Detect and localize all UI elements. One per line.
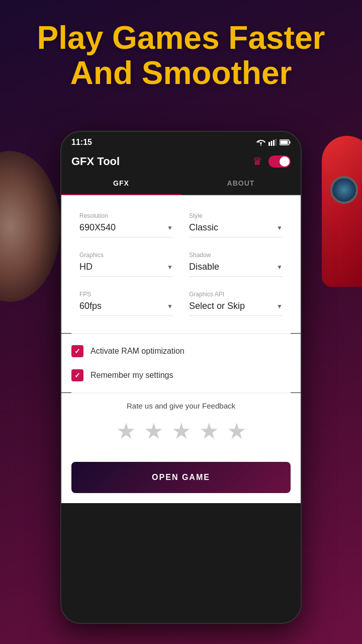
graphics-api-arrow: ▼ — [277, 303, 283, 310]
checkbox-ram[interactable]: ✓ Activate RAM optimization — [71, 339, 291, 363]
app-header: GFX Tool ♛ — [61, 151, 301, 168]
page-header: Play Games Faster And Smoother — [0, 0, 362, 106]
rating-title: Rate us and give your Feedback — [71, 401, 291, 410]
svg-rect-2 — [273, 140, 275, 146]
app-title: GFX Tool — [71, 155, 120, 168]
graphics-value: HD — [79, 262, 93, 272]
tab-about[interactable]: ABOUT — [181, 172, 301, 194]
resolution-arrow: ▼ — [167, 224, 173, 231]
status-bar: 11:15 — [61, 132, 301, 151]
graphics-api-setting[interactable]: Graphics API Select or Skip ▼ — [181, 284, 291, 323]
toggle-thumb — [280, 156, 290, 167]
rating-section: Rate us and give your Feedback ★ ★ ★ ★ ★ — [61, 393, 301, 452]
style-setting[interactable]: Style Classic ▼ — [181, 205, 291, 245]
checkbox-ram-label: Activate RAM optimization — [90, 347, 185, 356]
graphics-label: Graphics — [79, 252, 173, 259]
checkbox-remember-label: Remember my settings — [90, 371, 173, 380]
fps-value: 60fps — [79, 301, 102, 311]
header-title: Play Games Faster And Smoother — [30, 20, 332, 91]
graphics-setting[interactable]: Graphics HD ▼ — [71, 245, 181, 284]
shadow-setting[interactable]: Shadow Disable ▼ — [181, 245, 291, 284]
svg-rect-1 — [271, 141, 273, 146]
background-planet — [0, 151, 60, 302]
open-game-section: OPEN GAME — [61, 452, 301, 503]
signal-icon — [268, 139, 277, 146]
checkbox-section: ✓ Activate RAM optimization ✓ Remember m… — [61, 334, 301, 392]
background-rocket — [312, 121, 362, 312]
star-2[interactable]: ★ — [144, 418, 163, 444]
graphics-arrow: ▼ — [167, 264, 173, 271]
tabs: GFX ABOUT — [61, 172, 301, 195]
svg-rect-0 — [268, 142, 270, 146]
fps-label: FPS — [79, 291, 173, 298]
svg-rect-6 — [290, 141, 291, 144]
fps-setting[interactable]: FPS 60fps ▼ — [71, 284, 181, 323]
shadow-select[interactable]: Disable ▼ — [189, 262, 283, 277]
fps-arrow: ▼ — [167, 303, 173, 310]
shadow-label: Shadow — [189, 252, 283, 259]
checkbox-ram-check: ✓ — [74, 347, 80, 355]
star-1[interactable]: ★ — [116, 418, 136, 444]
battery-icon — [280, 139, 291, 145]
style-value: Classic — [189, 222, 218, 233]
shadow-arrow: ▼ — [277, 264, 283, 271]
checkbox-remember-box[interactable]: ✓ — [71, 369, 83, 381]
checkbox-remember-check: ✓ — [74, 371, 80, 379]
app-content: Resolution 690X540 ▼ Style Classic ▼ — [61, 195, 301, 333]
header-actions: ♛ — [252, 155, 291, 168]
toggle-switch[interactable] — [268, 155, 291, 168]
shadow-value: Disable — [189, 262, 219, 272]
style-label: Style — [189, 212, 283, 219]
svg-rect-5 — [281, 141, 288, 144]
svg-rect-3 — [276, 139, 277, 146]
open-game-button[interactable]: OPEN GAME — [71, 462, 291, 493]
resolution-label: Resolution — [79, 212, 173, 219]
graphics-select[interactable]: HD ▼ — [79, 262, 173, 277]
status-icons — [256, 139, 291, 146]
style-arrow: ▼ — [277, 224, 283, 231]
star-3[interactable]: ★ — [171, 418, 191, 444]
star-5[interactable]: ★ — [227, 418, 246, 444]
settings-grid: Resolution 690X540 ▼ Style Classic ▼ — [71, 205, 291, 323]
star-4[interactable]: ★ — [199, 418, 219, 444]
style-select[interactable]: Classic ▼ — [189, 222, 283, 237]
graphics-api-value: Select or Skip — [189, 301, 245, 311]
checkbox-ram-box[interactable]: ✓ — [71, 345, 83, 357]
phone-mockup: 11:15 — [60, 131, 302, 624]
checkbox-remember[interactable]: ✓ Remember my settings — [71, 363, 291, 387]
graphics-api-label: Graphics API — [189, 291, 283, 298]
resolution-value: 690X540 — [79, 222, 116, 233]
tab-gfx[interactable]: GFX — [61, 172, 181, 194]
crown-icon[interactable]: ♛ — [252, 155, 262, 168]
resolution-setting[interactable]: Resolution 690X540 ▼ — [71, 205, 181, 245]
fps-select[interactable]: 60fps ▼ — [79, 301, 173, 316]
wifi-icon — [256, 139, 265, 146]
status-time: 11:15 — [71, 138, 92, 147]
resolution-select[interactable]: 690X540 ▼ — [79, 222, 173, 237]
stars-container: ★ ★ ★ ★ ★ — [71, 418, 291, 444]
graphics-api-select[interactable]: Select or Skip ▼ — [189, 301, 283, 316]
